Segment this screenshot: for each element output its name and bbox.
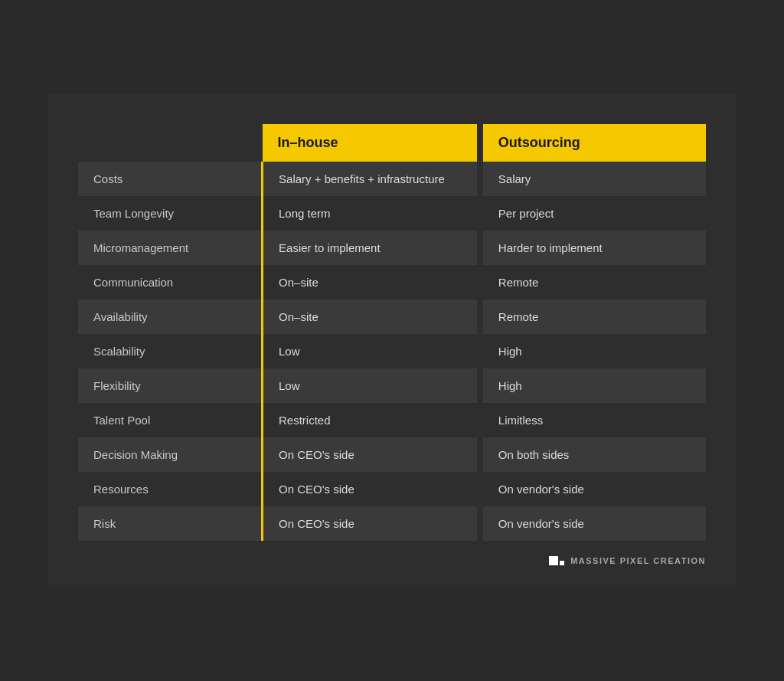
cell-category: Scalability [78,334,263,368]
col-outsourcing-header: Outsourcing [480,124,706,162]
cell-outsourcing: Per project [480,196,706,231]
logo-square-1 [549,556,558,565]
table-row: CostsSalary + benefits + infrastructureS… [78,162,706,196]
table-row: Team LongevityLong termPer project [78,196,706,231]
table-row: ResourcesOn CEO's sideOn vendor's side [78,472,706,506]
cell-outsourcing: On vendor's side [480,506,706,541]
cell-category: Communication [78,265,263,300]
cell-category: Costs [78,162,263,196]
table-row: Decision MakingOn CEO's sideOn both side… [78,437,706,472]
table-row: Talent PoolRestrictedLimitless [78,403,706,437]
col-category-header [78,124,263,162]
comparison-table: In–house Outsourcing CostsSalary + benef… [78,124,706,541]
logo-icon [549,556,564,565]
cell-inhouse: On CEO's side [263,506,480,541]
cell-inhouse: On–site [263,300,480,334]
cell-outsourcing: Remote [480,300,706,334]
cell-outsourcing: Remote [480,265,706,300]
table-row: MicromanagementEasier to implementHarder… [78,231,706,265]
cell-inhouse: On CEO's side [263,437,480,472]
cell-category: Availability [78,300,263,334]
cell-inhouse: Low [263,368,480,403]
cell-outsourcing: On vendor's side [480,472,706,506]
cell-inhouse: On–site [263,265,480,300]
table-row: AvailabilityOn–siteRemote [78,300,706,334]
cell-outsourcing: On both sides [480,437,706,472]
cell-category: Risk [78,506,263,541]
cell-outsourcing: High [480,334,706,368]
cell-outsourcing: Harder to implement [480,231,706,265]
cell-category: Micromanagement [78,231,263,265]
cell-category: Decision Making [78,437,263,472]
table-row: RiskOn CEO's sideOn vendor's side [78,506,706,541]
cell-inhouse: Low [263,334,480,368]
comparison-card: In–house Outsourcing CostsSalary + benef… [47,93,737,588]
table-row: ScalabilityLowHigh [78,334,706,368]
cell-inhouse: Easier to implement [263,231,480,265]
cell-inhouse: Salary + benefits + infrastructure [263,162,480,196]
cell-category: Flexibility [78,368,263,403]
cell-category: Resources [78,472,263,506]
cell-outsourcing: High [480,368,706,403]
table-row: FlexibilityLowHigh [78,368,706,403]
logo-square-2 [560,561,564,565]
logo-area: MASSIVE PIXEL CREATION [78,556,706,565]
cell-category: Team Longevity [78,196,263,231]
cell-category: Talent Pool [78,403,263,437]
cell-inhouse: Long term [263,196,480,231]
cell-inhouse: Restricted [263,403,480,437]
cell-outsourcing: Limitless [480,403,706,437]
table-row: CommunicationOn–siteRemote [78,265,706,300]
col-inhouse-header: In–house [263,124,480,162]
logo-text: MASSIVE PIXEL CREATION [570,556,706,565]
cell-outsourcing: Salary [480,162,706,196]
cell-inhouse: On CEO's side [263,472,480,506]
